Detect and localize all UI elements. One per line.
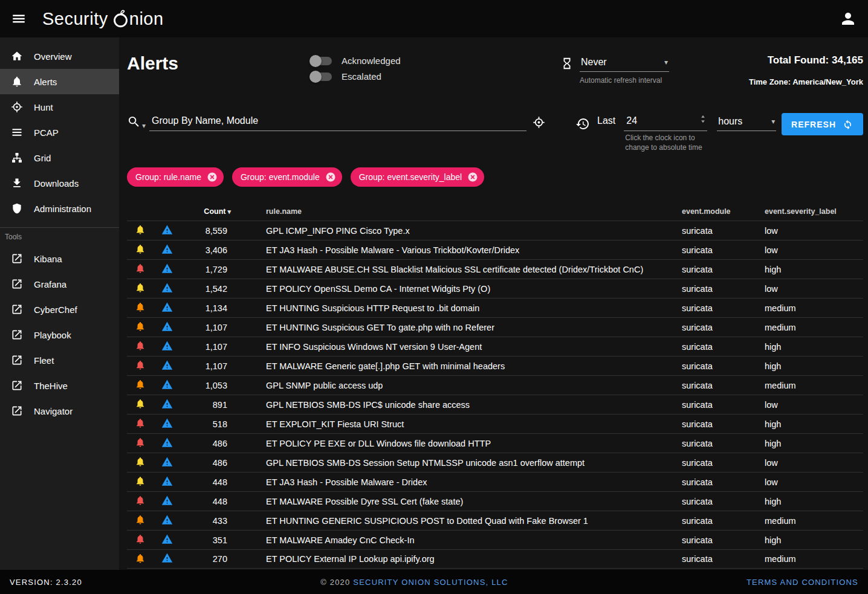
- sidebar-item-label: PCAP: [34, 128, 59, 138]
- table-row[interactable]: 1,542 ET POLICY OpenSSL Demo CA - Intern…: [127, 279, 863, 298]
- copyright-link[interactable]: SECURITY ONION SOLUTIONS, LLC: [353, 578, 508, 587]
- chip-label: Group: event.severity_label: [359, 172, 462, 182]
- severity-cell: medium: [765, 516, 863, 526]
- severity-cell: high: [765, 439, 863, 448]
- number-stepper-icon[interactable]: [699, 114, 707, 126]
- rule-name-cell: ET MALWARE Possible Dyre SSL Cert (fake …: [232, 497, 682, 506]
- severity-cell: low: [765, 400, 863, 410]
- table-row[interactable]: 486 GPL NETBIOS SMB-DS Session Setup NTM…: [127, 453, 863, 472]
- info-triangle-icon[interactable]: [161, 552, 173, 566]
- external-link-icon: [10, 329, 24, 341]
- chip-close-icon[interactable]: [325, 172, 336, 182]
- sidebar-item-alerts[interactable]: Alerts: [0, 69, 119, 94]
- tool-link-thehive[interactable]: TheHive: [0, 373, 119, 398]
- search-mode-chevron-icon[interactable]: ▾: [142, 121, 146, 130]
- table-row[interactable]: 1,107 ET INFO Suspicious Windows NT vers…: [127, 337, 863, 356]
- tool-link-navigator[interactable]: Navigator: [0, 398, 119, 424]
- severity-column-header[interactable]: event.severity_label: [765, 207, 863, 216]
- chip-close-icon[interactable]: [207, 172, 218, 182]
- table-row[interactable]: 3,406 ET JA3 Hash - Possible Malware - V…: [127, 240, 863, 259]
- table-row[interactable]: 1,053 GPL SNMP public access udp suricat…: [127, 375, 863, 395]
- topbar: Security nion: [0, 0, 868, 37]
- info-triangle-icon[interactable]: [161, 456, 173, 470]
- table-row[interactable]: 448 ET MALWARE Possible Dyre SSL Cert (f…: [127, 491, 863, 511]
- time-range-input[interactable]: [624, 113, 707, 131]
- info-triangle-icon[interactable]: [161, 244, 173, 257]
- brand-text-right: nion: [129, 9, 164, 29]
- info-triangle-icon[interactable]: [161, 263, 173, 276]
- table-row[interactable]: 351 ET MALWARE Amadey CnC Check-In suric…: [127, 530, 863, 549]
- group-filter-chip[interactable]: Group: rule.name: [127, 167, 224, 187]
- table-row[interactable]: 518 ET EXPLOIT_KIT Fiesta URI Struct sur…: [127, 414, 863, 433]
- severity-cell: medium: [765, 554, 863, 564]
- time-unit-value: hours: [718, 116, 742, 127]
- group-filter-chip[interactable]: Group: event.severity_label: [351, 167, 484, 187]
- sidebar-item-downloads[interactable]: Downloads: [0, 170, 119, 196]
- sidebar-item-hunt[interactable]: Hunt: [0, 94, 119, 120]
- acknowledged-toggle[interactable]: Acknowledged: [311, 56, 560, 66]
- table-row[interactable]: 1,729 ET MALWARE ABUSE.CH SSL Blacklist …: [127, 259, 863, 279]
- escalated-toggle[interactable]: Escalated: [311, 71, 560, 82]
- info-triangle-icon[interactable]: [161, 476, 173, 489]
- info-triangle-icon[interactable]: [161, 360, 173, 373]
- chip-close-icon[interactable]: [467, 172, 478, 182]
- info-triangle-icon[interactable]: [161, 282, 173, 295]
- refresh-button-label: REFRESH: [791, 120, 836, 129]
- rule-name-cell: GPL SNMP public access udp: [232, 381, 682, 390]
- tool-link-fleet[interactable]: Fleet: [0, 347, 119, 373]
- hourglass-icon: [560, 57, 574, 73]
- refresh-button[interactable]: REFRESH: [782, 113, 863, 135]
- tool-link-cyberchef[interactable]: CyberChef: [0, 297, 119, 322]
- sidebar-item-administration[interactable]: Administration: [0, 196, 119, 221]
- count-column-header[interactable]: Count▾: [180, 207, 232, 216]
- quick-actions-icon[interactable]: [533, 116, 545, 129]
- user-avatar-icon[interactable]: [839, 10, 857, 28]
- severity-bell-icon: [135, 244, 146, 256]
- time-unit-select[interactable]: hours ▾: [717, 116, 776, 131]
- rule-name-cell: ET INFO Suspicious Windows NT version 9 …: [232, 342, 682, 352]
- version-label: VERSION: 2.3.20: [10, 578, 82, 587]
- info-triangle-icon[interactable]: [161, 302, 173, 315]
- count-cell: 891: [180, 400, 232, 410]
- info-triangle-icon[interactable]: [161, 534, 173, 547]
- tool-link-grafana[interactable]: Grafana: [0, 271, 119, 297]
- toggle-switch[interactable]: [311, 57, 332, 65]
- table-row[interactable]: 270 ET POLICY External IP Lookup api.ipi…: [127, 549, 863, 569]
- info-triangle-icon[interactable]: [161, 418, 173, 431]
- info-triangle-icon[interactable]: [161, 340, 173, 353]
- search-input[interactable]: [149, 113, 526, 131]
- sidebar-item-overview[interactable]: Overview: [0, 44, 119, 69]
- table-row[interactable]: 486 ET POLICY PE EXE or DLL Windows file…: [127, 433, 863, 453]
- toggle-label: Escalated: [342, 71, 381, 82]
- count-cell: 270: [180, 554, 232, 564]
- refresh-interval-select[interactable]: Never ▾: [580, 57, 669, 72]
- toggle-switch[interactable]: [311, 73, 332, 81]
- table-row[interactable]: 1,134 ET HUNTING Suspicious HTTP Request…: [127, 298, 863, 317]
- table-row[interactable]: 1,107 ET MALWARE Generic gate[.].php GET…: [127, 356, 863, 375]
- severity-cell: low: [765, 245, 863, 255]
- last-label: Last: [597, 115, 615, 126]
- info-triangle-icon[interactable]: [161, 514, 173, 528]
- table-row[interactable]: 8,559 GPL ICMP_INFO PING Cisco Type.x su…: [127, 221, 863, 240]
- table-row[interactable]: 448 ET JA3 Hash - Possible Malware - Dri…: [127, 472, 863, 491]
- info-triangle-icon[interactable]: [161, 224, 173, 237]
- info-triangle-icon[interactable]: [161, 437, 173, 450]
- group-filter-chip[interactable]: Group: event.module: [232, 167, 342, 187]
- history-clock-icon[interactable]: [575, 117, 590, 131]
- tool-link-playbook[interactable]: Playbook: [0, 322, 119, 347]
- sidebar-item-grid[interactable]: Grid: [0, 145, 119, 170]
- tool-link-kibana[interactable]: Kibana: [0, 246, 119, 271]
- table-row[interactable]: 1,107 ET HUNTING Suspicious GET To gate.…: [127, 317, 863, 337]
- table-row[interactable]: 891 GPL NETBIOS SMB-DS IPC$ unicode shar…: [127, 395, 863, 414]
- info-triangle-icon[interactable]: [161, 495, 173, 508]
- onion-icon: [112, 10, 129, 28]
- rule-name-column-header[interactable]: rule.name: [232, 207, 682, 216]
- info-triangle-icon[interactable]: [161, 379, 173, 392]
- info-triangle-icon[interactable]: [161, 321, 173, 334]
- table-row[interactable]: 433 ET HUNTING GENERIC SUSPICIOUS POST t…: [127, 511, 863, 530]
- info-triangle-icon[interactable]: [161, 398, 173, 412]
- module-column-header[interactable]: event.module: [682, 207, 765, 216]
- terms-link[interactable]: TERMS AND CONDITIONS: [747, 578, 858, 587]
- menu-icon[interactable]: [11, 11, 27, 27]
- sidebar-item-pcap[interactable]: PCAP: [0, 120, 119, 145]
